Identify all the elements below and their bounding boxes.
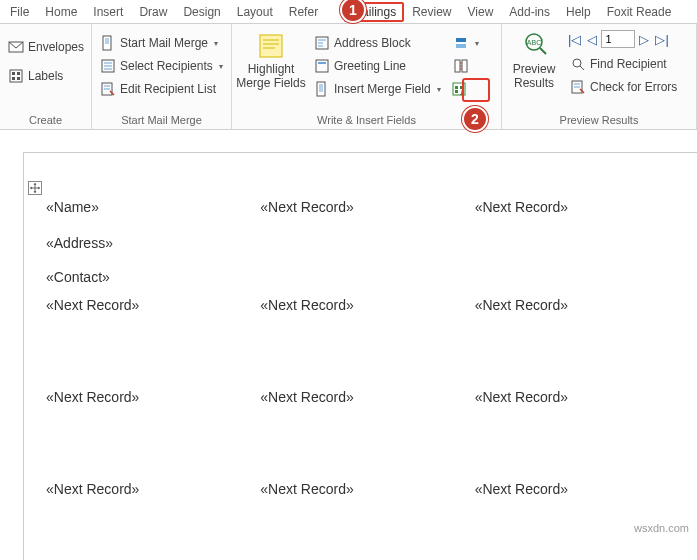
chevron-down-icon: ▾ [214,39,218,48]
start-mail-merge-button[interactable]: Start Mail Merge ▾ [96,32,227,54]
merge-field-next-record: «Next Record» [44,295,258,315]
first-record-button[interactable]: |◁ [566,32,583,47]
insert-merge-field-label: Insert Merge Field [334,82,431,96]
svg-rect-1 [10,70,22,82]
svg-rect-3 [17,72,20,75]
group-start-mail-merge-title: Start Mail Merge [96,112,227,129]
merge-field-next-record: «Next Record» [258,479,472,499]
rules-button[interactable]: ▾ [449,32,483,54]
tab-draw[interactable]: Draw [131,2,175,22]
check-for-errors-label: Check for Errors [590,80,677,94]
preview-results-button[interactable]: ABC Preview Results [506,28,562,91]
edit-recipient-list-button[interactable]: Edit Recipient List [96,78,227,100]
tab-help[interactable]: Help [558,2,599,22]
match-fields-button[interactable] [449,55,483,77]
svg-rect-11 [316,60,328,72]
merge-field-address: «Address» [44,233,258,253]
document-icon [100,35,116,51]
address-block-icon [314,35,330,51]
svg-rect-14 [462,60,467,72]
watermark: wsxdn.com [634,522,689,534]
svg-text:ABC: ABC [527,39,541,46]
ribbon-tabs: File Home Insert Draw Design Layout Refe… [0,0,697,24]
preview-results-label-1: Preview [513,62,556,76]
table-move-handle[interactable] [28,181,42,195]
group-write-insert-title: Write & Insert Fields [236,112,497,129]
document-canvas[interactable]: «Name» «Next Record» «Next Record» «Addr… [23,152,697,560]
insert-field-icon [314,81,330,97]
find-recipient-label: Find Recipient [590,57,667,71]
tab-references[interactable]: Refer [281,2,326,22]
recipients-icon [100,58,116,74]
highlight-icon [257,32,285,60]
tab-view[interactable]: View [460,2,502,22]
tab-layout[interactable]: Layout [229,2,281,22]
group-create-title: Create [4,112,87,129]
envelope-icon [8,39,24,55]
callout-2-box [462,78,490,102]
svg-rect-9 [260,35,282,57]
merge-field-contact: «Contact» [44,267,258,287]
preview-results-label-2: Results [514,76,554,90]
tab-design[interactable]: Design [175,2,228,22]
abc-icon: ABC [520,32,548,60]
group-write-insert: Highlight Merge Fields Address Block Gre… [232,24,502,129]
tab-review[interactable]: Review [404,2,459,22]
merge-field-next-record: «Next Record» [473,479,687,499]
chevron-down-icon: ▾ [475,39,479,48]
greeting-line-button[interactable]: Greeting Line [310,55,445,77]
check-errors-icon [570,79,586,95]
tab-foxit[interactable]: Foxit Reade [599,2,680,22]
last-record-button[interactable]: ▷| [653,32,670,47]
insert-merge-field-button[interactable]: Insert Merge Field ▾ [310,78,445,100]
svg-rect-5 [17,77,20,80]
labels-button[interactable]: Labels [4,65,88,87]
envelopes-label: Envelopes [28,40,84,54]
find-recipient-button[interactable]: Find Recipient [566,53,681,75]
rules-icon [453,35,469,51]
next-record-button[interactable]: ▷ [637,32,651,47]
merge-field-next-record: «Next Record» [258,197,472,217]
merge-field-next-record: «Next Record» [473,197,687,217]
record-nav: |◁ ◁ ▷ ▷| [566,30,681,48]
group-preview-results: ABC Preview Results |◁ ◁ ▷ ▷| Find Recip… [502,24,697,129]
callout-2: 2 [462,106,488,132]
svg-rect-4 [12,77,15,80]
merge-field-next-record: «Next Record» [258,295,472,315]
merge-field-next-record: «Next Record» [473,387,687,407]
group-create: Envelopes Labels Create [0,24,92,129]
tab-home[interactable]: Home [37,2,85,22]
edit-list-icon [100,81,116,97]
greeting-line-label: Greeting Line [334,59,406,73]
svg-rect-13 [455,60,460,72]
labels-icon [8,68,24,84]
select-recipients-label: Select Recipients [120,59,213,73]
record-number-input[interactable] [601,30,635,48]
envelopes-button[interactable]: Envelopes [4,36,88,58]
tab-addins[interactable]: Add-ins [501,2,558,22]
tab-insert[interactable]: Insert [85,2,131,22]
tab-file[interactable]: File [2,2,37,22]
merge-field-name: «Name» [44,197,258,217]
merge-field-next-record: «Next Record» [258,387,472,407]
merge-field-next-record: «Next Record» [473,295,687,315]
address-block-button[interactable]: Address Block [310,32,445,54]
search-icon [570,56,586,72]
merge-table: «Name» «Next Record» «Next Record» «Addr… [44,197,687,499]
labels-label: Labels [28,69,63,83]
select-recipients-button[interactable]: Select Recipients ▾ [96,55,227,77]
start-mail-merge-label: Start Mail Merge [120,36,208,50]
check-for-errors-button[interactable]: Check for Errors [566,76,681,98]
ribbon: Envelopes Labels Create Start Mail Merge… [0,24,697,130]
prev-record-button[interactable]: ◁ [585,32,599,47]
move-icon [30,183,40,193]
edit-recipient-list-label: Edit Recipient List [120,82,216,96]
highlight-merge-fields-button[interactable]: Highlight Merge Fields [236,28,306,91]
svg-point-18 [573,59,581,67]
chevron-down-icon: ▾ [437,85,441,94]
match-fields-icon [453,58,469,74]
group-start-mail-merge: Start Mail Merge ▾ Select Recipients ▾ E… [92,24,232,129]
chevron-down-icon: ▾ [219,62,223,71]
svg-rect-2 [12,72,15,75]
group-preview-results-title: Preview Results [506,112,692,129]
